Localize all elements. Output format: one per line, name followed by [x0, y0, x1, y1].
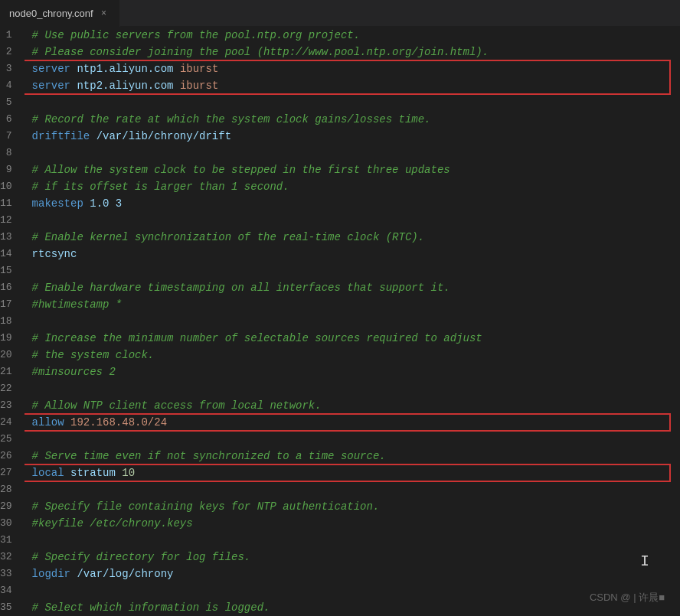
line-number: 9 — [0, 161, 18, 178]
code-line — [32, 262, 680, 279]
code-line: # Specify file containing keys for NTP a… — [32, 498, 680, 515]
code-line: # Serve time even if not synchronized to… — [32, 448, 680, 464]
line-number: 15 — [0, 262, 18, 279]
line-number: 4 — [0, 77, 18, 94]
code-line: # Enable kernel synchronization of the r… — [32, 229, 680, 246]
code-line: logdir /var/log/chrony — [32, 565, 680, 582]
code-line — [32, 431, 680, 448]
code-line — [32, 582, 680, 599]
code-line: #keyfile /etc/chrony.keys — [32, 515, 680, 532]
line-number: 31 — [0, 532, 18, 549]
line-number: 16 — [0, 279, 18, 296]
line-number: 1 — [0, 27, 18, 44]
line-number: 13 — [0, 229, 18, 246]
line-numbers: 1234567891011121314151617181920212223242… — [0, 27, 25, 616]
line-number: 23 — [0, 397, 18, 414]
tab-bar: node0_chrony.conf × — [0, 0, 680, 27]
code-line: # Enable hardware timestamping on all in… — [32, 279, 680, 296]
code-line: # Allow NTP client access from local net… — [32, 397, 680, 414]
line-number: 12 — [0, 212, 18, 229]
code-line — [32, 145, 680, 161]
line-number: 3 — [0, 60, 18, 77]
line-number: 11 — [0, 195, 18, 212]
line-number: 30 — [0, 515, 18, 532]
line-number: 33 — [0, 565, 18, 582]
code-line: rtcsync — [32, 246, 680, 262]
line-number: 32 — [0, 549, 18, 565]
line-number: 10 — [0, 178, 18, 195]
line-number: 20 — [0, 347, 18, 363]
code-line: # Specify directory for log files. — [32, 549, 680, 565]
line-number: 17 — [0, 296, 18, 313]
file-tab[interactable]: node0_chrony.conf × — [0, 0, 120, 27]
line-number: 14 — [0, 246, 18, 262]
code-line — [32, 212, 680, 229]
code-line: allow 192.168.48.0/24 — [32, 414, 680, 431]
line-number: 8 — [0, 145, 18, 161]
code-line — [32, 532, 680, 549]
line-number: 7 — [0, 128, 18, 145]
line-number: 19 — [0, 330, 18, 347]
tab-close-button[interactable]: × — [98, 7, 110, 19]
code-line: # Allow the system clock to be stepped i… — [32, 161, 680, 178]
line-number: 25 — [0, 431, 18, 448]
code-line — [32, 380, 680, 397]
line-number: 5 — [0, 94, 18, 111]
line-number: 29 — [0, 498, 18, 515]
watermark: CSDN @ | 许晨■ — [590, 591, 665, 605]
line-number: 26 — [0, 448, 18, 464]
line-number: 34 — [0, 582, 18, 599]
code-line: # Increase the minimum number of selecta… — [32, 330, 680, 347]
code-line: # Select which information is logged. — [32, 599, 680, 616]
line-number: 24 — [0, 414, 18, 431]
code-line: driftfile /var/lib/chrony/drift — [32, 128, 680, 145]
code-line: # if its offset is larger than 1 second. — [32, 178, 680, 195]
code-line: #minsources 2 — [32, 363, 680, 380]
code-line: makestep 1.0 3 — [32, 195, 680, 212]
code-line: # Record the rate at which the system cl… — [32, 111, 680, 128]
line-number: 6 — [0, 111, 18, 128]
code-line: # the system clock. — [32, 347, 680, 363]
code-line: #hwtimestamp * — [32, 296, 680, 313]
code-line — [32, 94, 680, 111]
line-number: 28 — [0, 481, 18, 498]
line-number: 21 — [0, 363, 18, 380]
code-line: server ntp2.aliyun.com iburst — [32, 77, 680, 94]
editor-area: 1234567891011121314151617181920212223242… — [0, 27, 680, 616]
code-line: # Please consider joining the pool (http… — [32, 44, 680, 60]
code-line: local stratum 10 — [32, 464, 680, 481]
line-number: 22 — [0, 380, 18, 397]
code-line — [32, 313, 680, 330]
code-line: server ntp1.aliyun.com iburst — [32, 60, 680, 77]
code-line — [32, 481, 680, 498]
line-number: 2 — [0, 44, 18, 60]
cursor: I — [640, 552, 649, 570]
tab-filename: node0_chrony.conf — [9, 8, 93, 19]
line-number: 35 — [0, 599, 18, 616]
code-content[interactable]: # Use public servers from the pool.ntp.o… — [25, 27, 680, 616]
code-line: # Use public servers from the pool.ntp.o… — [32, 27, 680, 44]
line-number: 18 — [0, 313, 18, 330]
line-number: 27 — [0, 464, 18, 481]
